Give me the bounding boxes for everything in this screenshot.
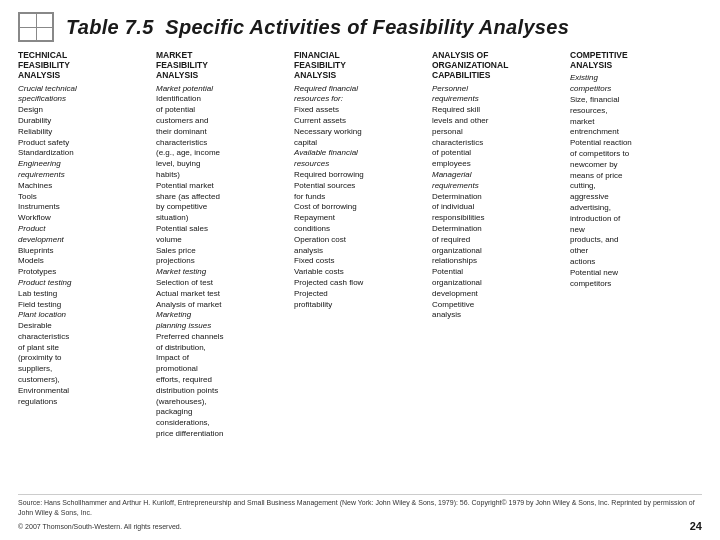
list-item: market	[570, 117, 702, 128]
list-item: of required	[432, 235, 564, 246]
list-item: projections	[156, 256, 288, 267]
list-item: Operation cost	[294, 235, 426, 246]
list-item: Preferred channels	[156, 332, 288, 343]
list-item: requirements	[18, 170, 150, 181]
list-item: Repayment	[294, 213, 426, 224]
list-item: capital	[294, 138, 426, 149]
list-item: promotional	[156, 364, 288, 375]
col-header-organizational: ANALYSIS OFORGANIZATIONALCAPABILITIES	[432, 50, 564, 81]
col-header-market: MARKETFEASIBILITYANALYSIS	[156, 50, 288, 81]
list-item: Engineering	[18, 159, 150, 170]
list-item: Market potential	[156, 84, 288, 95]
list-item: advertising,	[570, 203, 702, 214]
list-item: suppliers,	[18, 364, 150, 375]
list-item: Crucial technical	[18, 84, 150, 95]
page-container: Table 7.5 Specific Activities of Feasibi…	[0, 0, 720, 540]
list-item: specifications	[18, 94, 150, 105]
list-item: planning issues	[156, 321, 288, 332]
list-item: efforts, required	[156, 375, 288, 386]
list-item: Potential market	[156, 181, 288, 192]
list-item: (warehouses),	[156, 397, 288, 408]
list-item: of plant site	[18, 343, 150, 354]
list-item: Required financial	[294, 84, 426, 95]
footer-copyright: © 2007 Thomson/South-Western. All rights…	[18, 523, 182, 530]
list-item: Fixed costs	[294, 256, 426, 267]
column-market: MARKETFEASIBILITYANALYSISMarket potentia…	[156, 50, 288, 488]
list-item: personal	[432, 127, 564, 138]
list-item: Current assets	[294, 116, 426, 127]
list-item: entrenchment	[570, 127, 702, 138]
table-label: Table 7.5	[66, 16, 154, 38]
list-item: Standardization	[18, 148, 150, 159]
list-item: actions	[570, 257, 702, 268]
list-item: characteristics	[432, 138, 564, 149]
column-financial: FINANCIALFEASIBILITYANALYSISRequired fin…	[294, 50, 426, 488]
table-subtitle: Specific Activities of Feasibility Analy…	[165, 16, 569, 38]
col-header-competitive: COMPETITIVEANALYSIS	[570, 50, 702, 70]
list-item: new	[570, 225, 702, 236]
list-item: Design	[18, 105, 150, 116]
list-item: Determination	[432, 192, 564, 203]
list-item: Actual market test	[156, 289, 288, 300]
list-item: competitors	[570, 279, 702, 290]
list-item: Fixed assets	[294, 105, 426, 116]
footer: Source: Hans Schollhammer and Arthur H. …	[18, 494, 702, 532]
list-item: Durability	[18, 116, 150, 127]
list-item: of distribution,	[156, 343, 288, 354]
list-item: Personnel	[432, 84, 564, 95]
list-item: customers),	[18, 375, 150, 386]
list-item: Environmental	[18, 386, 150, 397]
list-item: characteristics	[18, 332, 150, 343]
list-item: Product	[18, 224, 150, 235]
col-content-market: Market potentialIdentificationof potenti…	[156, 84, 288, 440]
list-item: Selection of test	[156, 278, 288, 289]
list-item: Plant location	[18, 310, 150, 321]
list-item: development	[432, 289, 564, 300]
list-item: conditions	[294, 224, 426, 235]
col-content-organizational: PersonnelrequirementsRequired skilllevel…	[432, 84, 564, 322]
list-item: Available financial	[294, 148, 426, 159]
column-competitive: COMPETITIVEANALYSISExistingcompetitorsSi…	[570, 50, 702, 488]
list-item: introduction of	[570, 214, 702, 225]
list-item: Potential	[432, 267, 564, 278]
list-item: relationships	[432, 256, 564, 267]
list-item: resources	[294, 159, 426, 170]
list-item: Machines	[18, 181, 150, 192]
list-item: Size, financial	[570, 95, 702, 106]
list-item: share (as affected	[156, 192, 288, 203]
list-item: packaging	[156, 407, 288, 418]
list-item: (proximity to	[18, 353, 150, 364]
list-item: volume	[156, 235, 288, 246]
list-item: by competitive	[156, 202, 288, 213]
list-item: Competitive	[432, 300, 564, 311]
list-item: aggressive	[570, 192, 702, 203]
col-content-competitive: ExistingcompetitorsSize, financialresour…	[570, 73, 702, 289]
list-item: Sales price	[156, 246, 288, 257]
list-item: distribution points	[156, 386, 288, 397]
list-item: considerations,	[156, 418, 288, 429]
list-item: Blueprints	[18, 246, 150, 257]
list-item: resources,	[570, 106, 702, 117]
col-content-technical: Crucial technicalspecificationsDesignDur…	[18, 84, 150, 408]
column-technical: TECHNICALFEASIBILITYANALYSISCrucial tech…	[18, 50, 150, 488]
list-item: Managerial	[432, 170, 564, 181]
list-item: requirements	[432, 181, 564, 192]
list-item: Potential reaction	[570, 138, 702, 149]
list-item: means of price	[570, 171, 702, 182]
list-item: Impact of	[156, 353, 288, 364]
list-item: Potential sources	[294, 181, 426, 192]
list-item: employees	[432, 159, 564, 170]
list-item: levels and other	[432, 116, 564, 127]
column-organizational: ANALYSIS OFORGANIZATIONALCAPABILITIESPer…	[432, 50, 564, 488]
list-item: Potential new	[570, 268, 702, 279]
list-item: Necessary working	[294, 127, 426, 138]
list-item: products, and	[570, 235, 702, 246]
list-item: Tools	[18, 192, 150, 203]
page-number: 24	[690, 520, 702, 532]
list-item: Marketing	[156, 310, 288, 321]
list-item: cutting,	[570, 181, 702, 192]
list-item: Prototypes	[18, 267, 150, 278]
col-header-technical: TECHNICALFEASIBILITYANALYSIS	[18, 50, 150, 81]
list-item: competitors	[570, 84, 702, 95]
list-item: customers and	[156, 116, 288, 127]
